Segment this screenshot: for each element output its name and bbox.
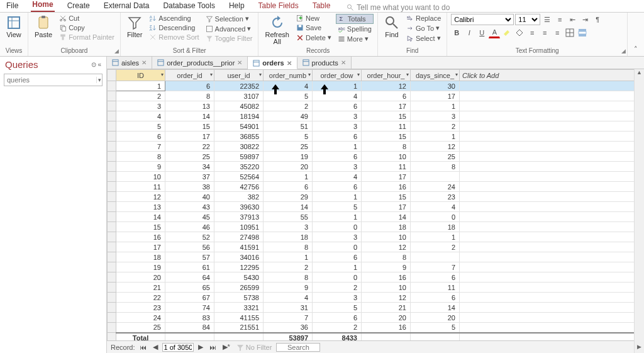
cell[interactable]: 2 xyxy=(264,262,313,272)
row-selector[interactable] xyxy=(108,232,116,242)
cell[interactable]: 3321 xyxy=(214,303,264,313)
cell[interactable]: 39630 xyxy=(214,202,264,212)
cell[interactable]: 9 xyxy=(362,262,411,272)
cell-empty[interactable] xyxy=(460,81,644,91)
goto-button[interactable]: Go To ▾ xyxy=(404,23,443,33)
cell[interactable]: 1 xyxy=(313,192,362,202)
cell[interactable]: 11 xyxy=(116,182,165,192)
cell[interactable]: 29 xyxy=(264,192,313,202)
cell[interactable]: 31 xyxy=(264,303,313,313)
cell[interactable]: 11 xyxy=(362,162,411,172)
cell[interactable]: 36 xyxy=(264,323,313,333)
cell-empty[interactable] xyxy=(460,202,644,212)
table-row[interactable]: 72230822251812 xyxy=(108,142,644,152)
cell[interactable]: 65 xyxy=(165,283,214,293)
cell[interactable]: 14 xyxy=(411,303,460,313)
cell[interactable]: 6 xyxy=(313,101,362,111)
cell[interactable]: 40 xyxy=(165,192,214,202)
cell[interactable]: 38 xyxy=(165,182,214,192)
nav-header[interactable]: Queries ⊙ « xyxy=(0,57,106,72)
column-dropdown-icon[interactable]: ▾ xyxy=(455,72,458,77)
more-button[interactable]: More ▾ xyxy=(336,34,374,43)
cell[interactable]: 1 xyxy=(411,101,460,111)
cell[interactable]: 4 xyxy=(313,91,362,101)
cell-empty[interactable] xyxy=(460,172,644,182)
cell[interactable]: 83 xyxy=(165,313,214,323)
cell-empty[interactable] xyxy=(460,162,644,172)
table-row[interactable]: 17564159180122 xyxy=(108,242,644,252)
column-dropdown-icon[interactable]: ▾ xyxy=(357,72,360,77)
cell[interactable]: 15 xyxy=(116,222,165,232)
cell[interactable]: 45082 xyxy=(214,101,264,111)
cell[interactable]: 6 xyxy=(313,182,362,192)
cell-empty[interactable] xyxy=(460,313,644,323)
row-selector[interactable] xyxy=(108,152,116,162)
indent-dec-button[interactable]: ⇤ xyxy=(567,14,578,25)
cell[interactable]: 6 xyxy=(313,313,362,323)
clipboard-dialog-launcher[interactable]: ◢ xyxy=(114,48,119,54)
column-dropdown-icon[interactable]: ▾ xyxy=(259,72,262,77)
row-selector[interactable] xyxy=(108,303,116,313)
cell[interactable]: 8 xyxy=(362,252,411,262)
cell[interactable]: 8 xyxy=(264,242,313,252)
cell[interactable]: 9 xyxy=(116,162,165,172)
cell-empty[interactable] xyxy=(460,232,644,242)
cell[interactable]: 26599 xyxy=(214,283,264,293)
cell[interactable]: 7 xyxy=(116,142,165,152)
record-first-button[interactable]: ⏮ xyxy=(138,344,148,351)
gridlines-button[interactable] xyxy=(564,27,575,38)
align-right-button[interactable]: ≡ xyxy=(552,27,563,38)
cell[interactable]: 8 xyxy=(264,272,313,283)
cell[interactable]: 19 xyxy=(116,262,165,272)
table-row[interactable]: 1622352411230 xyxy=(108,81,644,91)
ascending-button[interactable]: AZAscending xyxy=(147,14,201,23)
row-selector[interactable] xyxy=(108,182,116,192)
cell[interactable]: 57 xyxy=(165,252,214,262)
filter-button[interactable]: Filter xyxy=(125,14,145,40)
cell[interactable]: 12 xyxy=(362,242,411,252)
cell[interactable]: 14 xyxy=(264,202,313,212)
cell[interactable]: 12 xyxy=(411,142,460,152)
cell-empty[interactable] xyxy=(460,182,644,192)
close-tab-icon[interactable]: ✕ xyxy=(142,59,147,66)
row-selector[interactable] xyxy=(108,111,116,121)
view-button[interactable]: View xyxy=(4,14,24,40)
table-row[interactable]: 216526599921011 xyxy=(108,283,644,293)
cell[interactable]: 8 xyxy=(411,162,460,172)
save-button[interactable]: Save xyxy=(294,23,333,32)
close-tab-icon[interactable]: ✕ xyxy=(237,59,242,66)
cell[interactable]: 2 xyxy=(264,101,313,111)
select-button[interactable]: Select ▾ xyxy=(404,33,443,43)
new-button[interactable]: ✚New xyxy=(294,14,333,23)
cell[interactable]: 17 xyxy=(116,242,165,252)
row-selector[interactable] xyxy=(108,283,116,293)
cell-empty[interactable] xyxy=(460,283,644,293)
record-position-input[interactable] xyxy=(162,343,194,352)
row-selector[interactable] xyxy=(108,202,116,212)
cell[interactable]: 55 xyxy=(264,212,313,222)
font-color-button[interactable]: A xyxy=(489,27,500,38)
remove-sort-button[interactable]: Remove Sort xyxy=(147,33,201,42)
table-row[interactable]: 258421551362165 xyxy=(108,323,644,333)
cell[interactable]: 0 xyxy=(313,272,362,283)
cell[interactable]: 1 xyxy=(264,172,313,182)
cell-empty[interactable] xyxy=(460,303,644,313)
cell[interactable]: 1 xyxy=(264,252,313,262)
collapse-ribbon-button[interactable]: ˄ xyxy=(628,43,644,56)
bullets-button[interactable]: ☰ xyxy=(541,14,553,25)
select-all-corner[interactable] xyxy=(108,70,116,81)
cell[interactable]: 12295 xyxy=(214,262,264,272)
cell[interactable]: 27498 xyxy=(214,232,264,242)
cell[interactable]: 6 xyxy=(313,132,362,142)
cell[interactable]: 7 xyxy=(411,262,460,272)
nav-search-input[interactable] xyxy=(4,76,96,84)
cell-empty[interactable] xyxy=(460,91,644,101)
cell[interactable]: 14 xyxy=(165,111,214,121)
cell[interactable]: 5 xyxy=(116,121,165,132)
table-row[interactable]: 28310754617 xyxy=(108,91,644,101)
cell[interactable]: 84 xyxy=(165,323,214,333)
cell[interactable] xyxy=(411,252,460,262)
column-header-order_numb[interactable]: order_numb▾ xyxy=(264,70,313,81)
alt-row-color-button[interactable] xyxy=(577,27,588,38)
cell[interactable]: 6 xyxy=(313,252,362,262)
